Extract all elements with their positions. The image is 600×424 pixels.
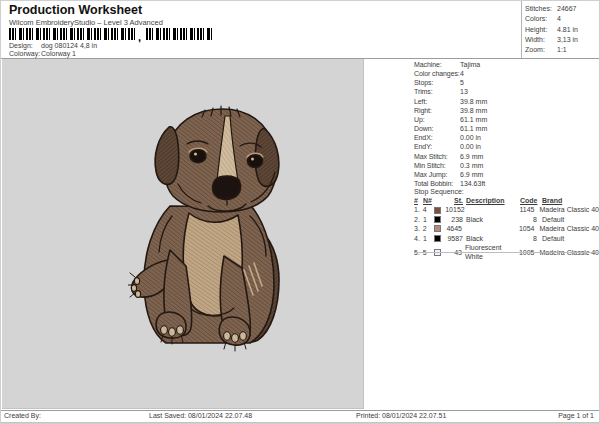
detail-max-jump: Max Jump:6.9 mm xyxy=(414,170,599,179)
colorway-row: Colorway: Colorway 1 xyxy=(9,50,76,57)
barcode-separator: , xyxy=(138,34,141,40)
machine-details-panel: Machine:Tajima Color changes:4 Stops:5 T… xyxy=(414,60,599,188)
design-preview-canvas xyxy=(2,59,364,409)
stat-height: Height:4.81 in xyxy=(525,25,600,35)
footer-separator-line xyxy=(1,410,600,411)
footer-created-by: Created By: xyxy=(4,412,41,419)
detail-left: Left:39.8 mm xyxy=(414,97,599,106)
detail-endy: EndY:0.00 in xyxy=(414,142,599,151)
stop-sequence-row: 3. 2 4645 1054 Madeira Classic 40 xyxy=(414,224,599,233)
production-worksheet-page: Production Worksheet Wilcom EmbroiderySt… xyxy=(0,0,600,424)
footer-page-number: Page 1 of 1 xyxy=(558,412,594,419)
stop-sequence-title: Stop Sequence: xyxy=(414,188,464,195)
footer-last-saved: Last Saved: 08/01/2024 22.07.48 xyxy=(149,412,252,419)
stop-sequence-row: 2. 1 238 Black 8 Default xyxy=(414,215,599,224)
app-subtitle: Wilcom EmbroideryStudio – Level 3 Advanc… xyxy=(9,18,163,27)
detail-color-changes: Color changes:4 xyxy=(414,69,599,78)
detail-max-stitch: Max Stitch:6.9 mm xyxy=(414,152,599,161)
colorway-value: Colorway 1 xyxy=(41,50,76,57)
design-label: Design: xyxy=(9,42,41,49)
thread-color-swatch xyxy=(434,207,441,214)
page-bottom-border xyxy=(1,422,600,423)
detail-up: Up:61.1 mm xyxy=(414,115,599,124)
stop-sequence-bottom-line xyxy=(414,252,599,253)
thread-color-swatch xyxy=(434,235,441,242)
barcode-bars-left xyxy=(9,28,137,40)
stop-sequence-header: # N# St. Description Code Brand xyxy=(414,196,599,205)
thread-color-swatch xyxy=(434,225,441,232)
stop-sequence-row: 1. 4 10152 1145 Madeira Classic 40 xyxy=(414,205,599,214)
detail-right: Right:39.8 mm xyxy=(414,106,599,115)
stat-stitches: Stitches:24667 xyxy=(525,4,600,14)
dog-embroidery-image xyxy=(128,104,286,357)
stat-zoom: Zoom:1:1 xyxy=(525,45,600,55)
stat-colors: Colors:4 xyxy=(525,14,600,24)
design-stats-box: Stitches:24667 Colors:4 Height:4.81 in W… xyxy=(521,1,600,58)
colorway-label: Colorway: xyxy=(9,50,41,57)
detail-endx: EndX:0.00 in xyxy=(414,133,599,142)
design-barcode: , xyxy=(9,28,212,40)
detail-stops: Stops:5 xyxy=(414,78,599,87)
design-value: dog 080124 4,8 in xyxy=(41,42,97,49)
stop-sequence-row: 4. 1 9587 Black 8 Default xyxy=(414,234,599,243)
thread-color-swatch xyxy=(434,216,441,223)
design-row: Design: dog 080124 4,8 in xyxy=(9,42,97,49)
detail-trims: Trims:13 xyxy=(414,87,599,96)
footer-printed: Printed: 08/01/2024 22.07.51 xyxy=(356,412,446,419)
detail-down: Down:61.1 mm xyxy=(414,124,599,133)
barcode-bars-right xyxy=(146,28,212,40)
page-title: Production Worksheet xyxy=(9,3,142,17)
detail-machine: Machine:Tajima xyxy=(414,60,599,69)
stat-width: Width:3,13 in xyxy=(525,35,600,45)
detail-min-stitch: Min Stitch:0.3 mm xyxy=(414,161,599,170)
detail-total-bobbin: Total Bobbin:134.63ft xyxy=(414,179,599,188)
